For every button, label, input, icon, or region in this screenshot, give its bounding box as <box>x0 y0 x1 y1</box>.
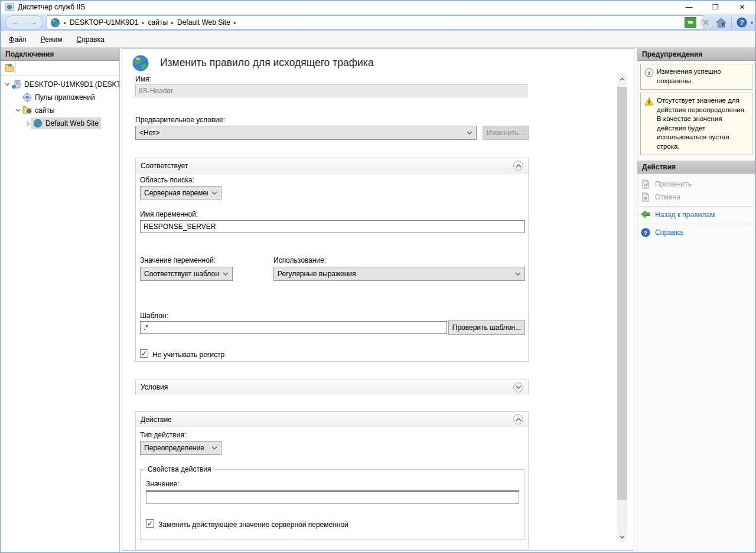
minimize-button[interactable]: — <box>676 1 702 14</box>
scope-value: Серверная переменн <box>144 189 208 197</box>
page-globe-icon <box>132 54 149 72</box>
tree-item-app-pools[interactable]: Пулы приложений <box>1 91 119 104</box>
scrollbar-thumb[interactable] <box>617 87 627 500</box>
precondition-select[interactable]: <Нет> <box>135 126 477 140</box>
home-icon[interactable] <box>715 17 728 28</box>
using-select[interactable]: Регулярные выражения <box>273 267 525 281</box>
value-input[interactable] <box>146 490 519 504</box>
ignore-case-label[interactable]: Не учитывать регистр <box>152 351 224 359</box>
svg-text:i: i <box>649 70 650 76</box>
action-properties-legend: Свойства действия <box>145 465 213 473</box>
connections-header: Подключения <box>1 48 119 61</box>
cancel-icon <box>641 192 650 202</box>
chevron-down-icon <box>515 272 521 276</box>
chevron-down-icon <box>467 131 472 135</box>
breadcrumb-sites[interactable]: сайты <box>148 18 168 27</box>
replace-value-checkbox[interactable]: ✓ <box>146 519 154 528</box>
address-tools: ? ▾ <box>684 15 753 30</box>
match-section-title: Соответствует <box>141 162 513 170</box>
save-connection-icon[interactable] <box>3 62 16 74</box>
using-label: Использование: <box>273 256 326 264</box>
back-to-rules-link[interactable]: Назад к правилам <box>655 211 715 219</box>
variable-name-label: Имя переменной: <box>140 210 198 218</box>
pattern-label: Шаблон: <box>140 312 168 320</box>
connections-tree: DESKTOP-U1MK9D1 (DESKTOP Пулы приложений… <box>1 76 119 130</box>
tree-item-default-web-site[interactable]: Default Web Site <box>1 117 119 130</box>
apply-label: Применить <box>655 180 692 188</box>
chevron-down-icon <box>211 191 217 195</box>
page-title: Изменить правило для исходящего трафика <box>160 57 374 69</box>
action-section-header[interactable]: Действие <box>136 412 528 427</box>
precondition-value: <Нет> <box>139 129 463 137</box>
pattern-input[interactable] <box>140 321 447 334</box>
scroll-up-icon[interactable] <box>617 74 627 84</box>
precondition-label: Предварительное условие: <box>135 116 225 124</box>
breadcrumb-default-web-site[interactable]: Default Web Site <box>177 18 230 27</box>
tree-label-sites: сайты <box>35 106 55 114</box>
chevron-expanded-icon[interactable] <box>15 107 21 113</box>
breadcrumb-separator-icon: ▸ <box>234 20 236 25</box>
menu-help[interactable]: Справка <box>71 33 110 46</box>
chevron-collapsed-icon[interactable] <box>25 120 31 126</box>
value-label: Значение: <box>146 480 180 488</box>
info-alert-text: Изменения успешно сохранены. <box>657 67 750 86</box>
variable-value-label: Значение переменной: <box>140 256 216 264</box>
collapse-section-icon[interactable] <box>513 414 523 424</box>
conditions-section: Условия <box>135 379 529 395</box>
menu-file[interactable]: Файл <box>3 33 32 46</box>
action-type-value: Переопределение <box>144 444 208 452</box>
restore-button[interactable]: ❐ <box>702 1 729 14</box>
help-dropdown-icon[interactable]: ▾ <box>751 20 753 25</box>
help-action[interactable]: ? Справка <box>641 227 755 238</box>
app-icon <box>5 2 14 12</box>
refresh-icon[interactable] <box>684 17 697 28</box>
tree-label-server: DESKTOP-U1MK9D1 (DESKTOP <box>24 80 119 89</box>
back-icon[interactable]: ← <box>11 18 19 26</box>
help-circle-icon: ? <box>641 228 650 237</box>
variable-name-input[interactable] <box>140 220 525 233</box>
content-scrollbar[interactable] <box>617 74 627 542</box>
forward-icon[interactable]: → <box>30 18 37 26</box>
menu-view[interactable]: Режим <box>35 33 69 46</box>
action-properties-group: Свойства действия <box>140 469 525 540</box>
expand-section-icon[interactable] <box>513 382 523 392</box>
cancel-action: Отмена <box>641 191 755 203</box>
server-icon <box>12 80 22 89</box>
right-panel: Предупреждения i Изменения успешно сохра… <box>637 48 755 552</box>
scope-select[interactable]: Серверная переменн <box>140 186 221 199</box>
collapse-section-icon[interactable] <box>513 161 523 171</box>
tree-item-server[interactable]: DESKTOP-U1MK9D1 (DESKTOP <box>1 78 119 91</box>
app-pools-icon <box>22 93 32 102</box>
match-section-header[interactable]: Соответствует <box>136 158 528 174</box>
breadcrumb-separator-icon: ▸ <box>64 20 66 25</box>
tree-label-default-web-site: Default Web Site <box>45 119 99 127</box>
close-button[interactable]: ✕ <box>729 1 755 14</box>
back-to-rules-action[interactable]: Назад к правилам <box>641 209 755 221</box>
scroll-down-icon[interactable] <box>617 532 627 542</box>
help-icon[interactable]: ? <box>735 17 748 28</box>
warnings-header: Предупреждения <box>637 48 755 61</box>
conditions-section-header[interactable]: Условия <box>136 379 528 395</box>
tree-item-sites[interactable]: сайты <box>1 104 119 117</box>
warning-alert-text: Отсутствует значение для действия переоп… <box>657 96 750 151</box>
iis-manager-window: Диспетчер служб IIS — ❐ ✕ ← → ▸ DESKTOP-… <box>0 0 756 553</box>
actions-divider <box>640 224 753 224</box>
actions-divider <box>640 206 753 207</box>
using-value: Регулярные выражения <box>278 270 511 278</box>
cancel-label: Отмена <box>655 193 680 201</box>
name-input <box>135 84 527 97</box>
scope-label: Область поиска: <box>140 176 194 184</box>
chevron-expanded-icon[interactable] <box>4 81 10 87</box>
breadcrumb-separator-icon: ▸ <box>171 20 174 25</box>
help-link[interactable]: Справка <box>655 228 683 237</box>
address-bar[interactable]: ▸ DESKTOP-U1MK9D1 ▸ сайты ▸ Default Web … <box>47 15 703 30</box>
svg-text:?: ? <box>740 19 744 26</box>
replace-value-label[interactable]: Заменить действующее значение серверной … <box>158 521 348 529</box>
test-pattern-button[interactable]: Проверить шаблон... <box>448 320 525 335</box>
ignore-case-checkbox[interactable]: ✓ <box>140 349 148 358</box>
action-type-label: Тип действия: <box>140 431 186 439</box>
toolbar-divider <box>731 17 732 28</box>
variable-value-select[interactable]: Соответствует шаблону <box>140 267 233 281</box>
action-type-select[interactable]: Переопределение <box>140 441 221 455</box>
breadcrumb-server[interactable]: DESKTOP-U1MK9D1 <box>70 18 138 27</box>
